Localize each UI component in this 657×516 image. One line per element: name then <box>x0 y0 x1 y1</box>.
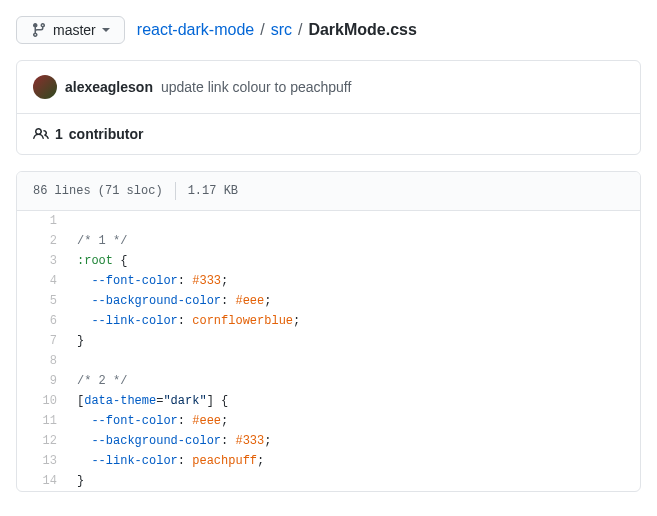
breadcrumb-repo[interactable]: react-dark-mode <box>137 21 254 39</box>
line-content: } <box>67 331 640 351</box>
line-number[interactable]: 1 <box>17 211 67 231</box>
breadcrumb: react-dark-mode / src / DarkMode.css <box>137 21 417 39</box>
line-content: --link-color: cornflowerblue; <box>67 311 640 331</box>
line-content: --background-color: #333; <box>67 431 640 451</box>
code-line: 12 --background-color: #333; <box>17 431 640 451</box>
line-content <box>67 351 640 371</box>
commit-box: alexeagleson update link colour to peach… <box>16 60 641 155</box>
breadcrumb-folder[interactable]: src <box>271 21 292 39</box>
line-content: --font-color: #333; <box>67 271 640 291</box>
breadcrumb-sep: / <box>260 21 264 39</box>
commit-author[interactable]: alexeagleson <box>65 79 153 95</box>
code-line: 10[data-theme="dark"] { <box>17 391 640 411</box>
branch-select-button[interactable]: master <box>16 16 125 44</box>
breadcrumb-sep: / <box>298 21 302 39</box>
code-line: 13 --link-color: peachpuff; <box>17 451 640 471</box>
file-lines: 86 lines (71 sloc) <box>33 184 163 198</box>
line-number[interactable]: 12 <box>17 431 67 451</box>
line-content: /* 1 */ <box>67 231 640 251</box>
line-content: --link-color: peachpuff; <box>67 451 640 471</box>
line-content: /* 2 */ <box>67 371 640 391</box>
line-number[interactable]: 14 <box>17 471 67 491</box>
line-number[interactable]: 3 <box>17 251 67 271</box>
line-number[interactable]: 11 <box>17 411 67 431</box>
chevron-down-icon <box>102 28 110 32</box>
commit-header: alexeagleson update link colour to peach… <box>17 61 640 114</box>
line-number[interactable]: 5 <box>17 291 67 311</box>
line-content: } <box>67 471 640 491</box>
avatar[interactable] <box>33 75 57 99</box>
line-content <box>67 211 640 231</box>
file-box: 86 lines (71 sloc) 1.17 KB 12/* 1 */3:ro… <box>16 171 641 492</box>
line-number[interactable]: 7 <box>17 331 67 351</box>
code-line: 8 <box>17 351 640 371</box>
contributors-row: 1 contributor <box>17 114 640 154</box>
file-header: 86 lines (71 sloc) 1.17 KB <box>17 172 640 211</box>
code-line: 14} <box>17 471 640 491</box>
code-line: 7} <box>17 331 640 351</box>
line-content: [data-theme="dark"] { <box>67 391 640 411</box>
line-number[interactable]: 2 <box>17 231 67 251</box>
git-branch-icon <box>31 22 47 38</box>
file-size: 1.17 KB <box>188 184 238 198</box>
code-line: 1 <box>17 211 640 231</box>
code-line: 6 --link-color: cornflowerblue; <box>17 311 640 331</box>
line-number[interactable]: 4 <box>17 271 67 291</box>
line-content: --font-color: #eee; <box>67 411 640 431</box>
line-number[interactable]: 8 <box>17 351 67 371</box>
code-line: 4 --font-color: #333; <box>17 271 640 291</box>
line-content: --background-color: #eee; <box>67 291 640 311</box>
code-line: 3:root { <box>17 251 640 271</box>
divider <box>175 182 176 200</box>
contributor-count: 1 <box>55 126 63 142</box>
line-content: :root { <box>67 251 640 271</box>
branch-name: master <box>53 22 96 38</box>
code-line: 2/* 1 */ <box>17 231 640 251</box>
code-line: 11 --font-color: #eee; <box>17 411 640 431</box>
code-line: 5 --background-color: #eee; <box>17 291 640 311</box>
line-number[interactable]: 9 <box>17 371 67 391</box>
commit-message[interactable]: update link colour to peachpuff <box>161 79 351 95</box>
contributor-label: contributor <box>69 126 144 142</box>
line-number[interactable]: 13 <box>17 451 67 471</box>
line-number[interactable]: 10 <box>17 391 67 411</box>
code-table: 12/* 1 */3:root {4 --font-color: #333;5 … <box>17 211 640 491</box>
file-nav-row: master react-dark-mode / src / DarkMode.… <box>16 16 641 44</box>
breadcrumb-file: DarkMode.css <box>308 21 417 39</box>
code-line: 9/* 2 */ <box>17 371 640 391</box>
line-number[interactable]: 6 <box>17 311 67 331</box>
people-icon <box>33 126 49 142</box>
